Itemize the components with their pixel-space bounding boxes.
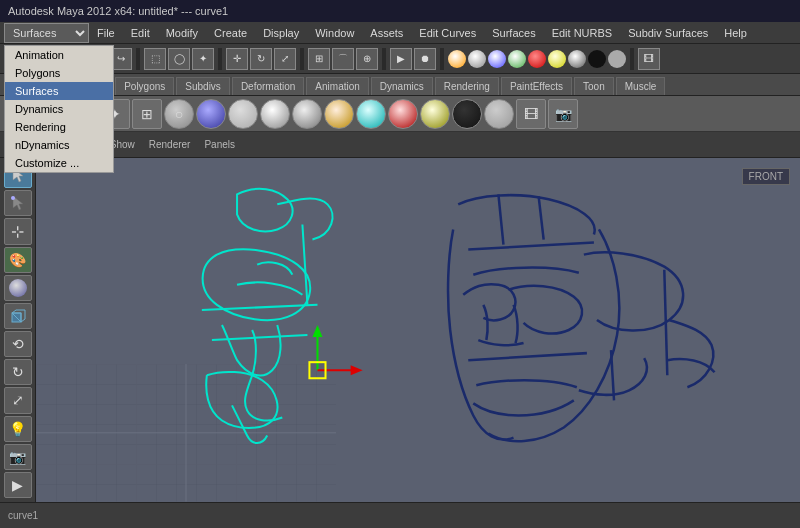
panels-menu[interactable]: Panels xyxy=(198,139,241,150)
sep5 xyxy=(382,48,386,70)
viewport-curves xyxy=(36,158,800,502)
menu-edit-nurbs[interactable]: Edit NURBS xyxy=(544,25,621,41)
menu-window[interactable]: Window xyxy=(307,25,362,41)
svg-marker-12 xyxy=(312,325,322,337)
tool-cube[interactable] xyxy=(4,303,32,329)
tool-move2[interactable]: ⟲ xyxy=(4,331,32,357)
shelf-sphere[interactable]: ○ xyxy=(164,99,194,129)
menu-create[interactable]: Create xyxy=(206,25,255,41)
tab-subdivs[interactable]: Subdivs xyxy=(176,77,230,95)
select-btn[interactable]: ⬚ xyxy=(144,48,166,70)
tool-move[interactable] xyxy=(4,190,32,216)
shelf-sphere9[interactable] xyxy=(420,99,450,129)
tool-paint[interactable]: 🎨 xyxy=(4,247,32,273)
shelf-sphere10[interactable] xyxy=(452,99,482,129)
sep7 xyxy=(630,48,634,70)
module-dropdown: Animation Polygons Surfaces Dynamics Ren… xyxy=(4,45,114,173)
color-ball-green[interactable] xyxy=(508,50,526,68)
snap-curve-btn[interactable]: ⌒ xyxy=(332,48,354,70)
tool-camera[interactable]: 📷 xyxy=(4,444,32,470)
status-bar: curve1 xyxy=(0,502,800,528)
shelf-row: ✛ ✏ ✕ ✦ ⊞ ○ 🎞 📷 xyxy=(0,96,800,132)
dd-surfaces[interactable]: Surfaces xyxy=(5,82,113,100)
shelf-sphere8[interactable] xyxy=(388,99,418,129)
menu-help[interactable]: Help xyxy=(716,25,755,41)
dd-polygons[interactable]: Polygons xyxy=(5,64,113,82)
shelf-tabs: Curves Surfaces Polygons Subdivs Deforma… xyxy=(0,74,800,96)
color-ball-lightgray[interactable] xyxy=(608,50,626,68)
menu-bar: Surfaces Animation Polygons Dynamics Ren… xyxy=(0,22,800,44)
rotate-btn[interactable]: ↻ xyxy=(250,48,272,70)
tool-light[interactable]: 💡 xyxy=(4,416,32,442)
tab-dynamics[interactable]: Dynamics xyxy=(371,77,433,95)
sep4 xyxy=(300,48,304,70)
main-toolbar: 📄 📂 💾 ↩ ↪ ⬚ ◯ ✦ ✛ ↻ ⤢ ⊞ ⌒ ⊕ ▶ ⏺ 🎞 xyxy=(0,44,800,74)
shelf-sphere4[interactable] xyxy=(260,99,290,129)
dd-dynamics[interactable]: Dynamics xyxy=(5,100,113,118)
svg-point-2 xyxy=(11,196,15,200)
app-title: Autodesk Maya 2012 x64: untitled* --- cu… xyxy=(8,5,228,17)
main-area: ⊹ 🎨 ⟲ ↻ ⤢ 💡 📷 ▶ xyxy=(0,158,800,502)
sep6 xyxy=(440,48,444,70)
menu-subdiv[interactable]: Subdiv Surfaces xyxy=(620,25,716,41)
dd-rendering[interactable]: Rendering xyxy=(5,118,113,136)
renderer-menu[interactable]: Renderer xyxy=(143,139,197,150)
tool-rotate[interactable]: ↻ xyxy=(4,359,32,385)
snap-point-btn[interactable]: ⊕ xyxy=(356,48,378,70)
snap-grid-btn[interactable]: ⊞ xyxy=(308,48,330,70)
color-ball-darkgray[interactable] xyxy=(568,50,586,68)
title-bar: Autodesk Maya 2012 x64: untitled* --- cu… xyxy=(0,0,800,22)
status-text: curve1 xyxy=(8,510,38,521)
tab-deformation[interactable]: Deformation xyxy=(232,77,304,95)
shelf-cam[interactable]: 📷 xyxy=(548,99,578,129)
tab-polygons[interactable]: Polygons xyxy=(115,77,174,95)
render-btn[interactable]: ▶ xyxy=(390,48,412,70)
dd-animation[interactable]: Animation xyxy=(5,46,113,64)
scale-btn[interactable]: ⤢ xyxy=(274,48,296,70)
dd-ndynamics[interactable]: nDynamics xyxy=(5,136,113,154)
color-ball-yellow[interactable] xyxy=(548,50,566,68)
lasso-btn[interactable]: ◯ xyxy=(168,48,190,70)
viewport[interactable]: FRONT xyxy=(36,158,800,502)
film-btn[interactable]: 🎞 xyxy=(638,48,660,70)
shelf-sphere6[interactable] xyxy=(324,99,354,129)
tab-rendering[interactable]: Rendering xyxy=(435,77,499,95)
tab-animation[interactable]: Animation xyxy=(306,77,368,95)
tab-muscle[interactable]: Muscle xyxy=(616,77,666,95)
color-ball-gray[interactable] xyxy=(468,50,486,68)
shelf-film[interactable]: 🎞 xyxy=(516,99,546,129)
sep2 xyxy=(136,48,140,70)
shelf-grid[interactable]: ⊞ xyxy=(132,99,162,129)
tool-render[interactable]: ▶ xyxy=(4,472,32,498)
menu-file[interactable]: File xyxy=(89,25,123,41)
move-btn[interactable]: ✛ xyxy=(226,48,248,70)
menu-display[interactable]: Display xyxy=(255,25,307,41)
module-selector[interactable]: Surfaces Animation Polygons Dynamics Ren… xyxy=(4,23,89,43)
menu-assets[interactable]: Assets xyxy=(362,25,411,41)
tool-scale[interactable]: ⤢ xyxy=(4,387,32,413)
color-ball-red[interactable] xyxy=(528,50,546,68)
color-ball-orange[interactable] xyxy=(448,50,466,68)
sep3 xyxy=(218,48,222,70)
shelf-sphere5[interactable] xyxy=(292,99,322,129)
color-ball-black[interactable] xyxy=(588,50,606,68)
tab-painteffects[interactable]: PaintEffects xyxy=(501,77,572,95)
shelf-sphere2[interactable] xyxy=(196,99,226,129)
menu-edit[interactable]: Edit xyxy=(123,25,158,41)
tool-lasso[interactable]: ⊹ xyxy=(4,218,32,244)
menu-surfaces[interactable]: Surfaces xyxy=(484,25,543,41)
paint-btn[interactable]: ✦ xyxy=(192,48,214,70)
svg-marker-14 xyxy=(351,365,363,375)
dd-customize[interactable]: Customize ... xyxy=(5,154,113,172)
ipr-btn[interactable]: ⏺ xyxy=(414,48,436,70)
menu-modify[interactable]: Modify xyxy=(158,25,206,41)
tab-toon[interactable]: Toon xyxy=(574,77,614,95)
left-toolbox: ⊹ 🎨 ⟲ ↻ ⤢ 💡 📷 ▶ xyxy=(0,158,36,502)
color-ball-blue[interactable] xyxy=(488,50,506,68)
shelf-sphere3[interactable] xyxy=(228,99,258,129)
shelf-sphere7[interactable] xyxy=(356,99,386,129)
shelf-sphere11[interactable] xyxy=(484,99,514,129)
menu-edit-curves[interactable]: Edit Curves xyxy=(411,25,484,41)
viewport-toolbar: Shading Lighting Show Renderer Panels xyxy=(0,132,800,158)
tool-sphere[interactable] xyxy=(4,275,32,301)
